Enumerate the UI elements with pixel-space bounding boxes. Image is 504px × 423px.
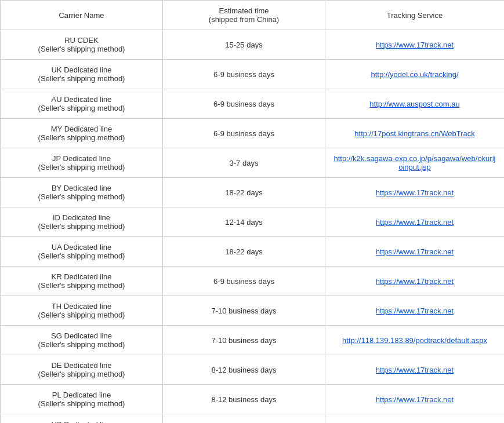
carrier-name: JP Dedicated line (Seller's shipping met…	[1, 148, 163, 178]
estimated-time: 18-22 days	[163, 237, 325, 267]
carrier-name: UA Dedicated line (Seller's shipping met…	[1, 237, 163, 267]
header-carrier: Carrier Name	[1, 1, 163, 30]
carrier-name: MY Dedicated line (Seller's shipping met…	[1, 119, 163, 148]
table-row: UK Dedicated line (Seller's shipping met…	[1, 60, 505, 89]
tracking-link[interactable]: https://www.17track.net	[376, 247, 454, 256]
tracking-link[interactable]: https://www.17track.net	[376, 188, 454, 197]
tracking-link[interactable]: https://www.17track.net	[376, 395, 454, 404]
estimated-time: 12-14 days	[163, 207, 325, 237]
estimated-time: 6-9 business days	[163, 89, 325, 119]
estimated-time: 7-10 business days	[163, 326, 325, 355]
table-row: RU CDEK (Seller's shipping method)15-25 …	[1, 30, 505, 60]
header-tracking: Tracking Service	[325, 1, 505, 30]
estimated-time: 8-12 business days	[163, 355, 325, 385]
tracking-service[interactable]: https://www.17track.net	[325, 237, 505, 267]
table-row: UA Dedicated line (Seller's shipping met…	[1, 237, 505, 267]
carrier-name: PL Dedicated line (Seller's shipping met…	[1, 385, 163, 414]
tracking-service[interactable]: http://www.auspost.com.au	[325, 89, 505, 119]
estimated-time: 6-9 business days	[163, 267, 325, 296]
tracking-link[interactable]: http://k2k.sagawa-exp.co.jp/p/sagawa/web…	[334, 154, 496, 172]
table-row: TH Dedicated line (Seller's shipping met…	[1, 296, 505, 326]
carrier-name: KR Dedicated line (Seller's shipping met…	[1, 267, 163, 296]
tracking-link[interactable]: http://17post.kingtrans.cn/WebTrack	[354, 129, 474, 138]
estimated-time: 15-25 days	[163, 30, 325, 60]
table-header-row: Carrier Name Estimated time (shipped fro…	[1, 1, 505, 30]
estimated-time: 8-12 business days	[163, 385, 325, 414]
tracking-service[interactable]: http://yodel.co.uk/tracking/	[325, 60, 505, 89]
table-row: ID Dedicated line (Seller's shipping met…	[1, 207, 505, 237]
carrier-name: BY Dedicated line (Seller's shipping met…	[1, 178, 163, 207]
table-row: JP Dedicated line (Seller's shipping met…	[1, 148, 505, 178]
header-estimated-time: Estimated time (shipped from China)	[163, 1, 325, 30]
tracking-link[interactable]: https://www.17track.net	[376, 366, 454, 374]
tracking-link[interactable]: https://www.17track.net	[376, 41, 454, 49]
estimated-time: 6-9 business days	[163, 119, 325, 148]
tracking-link[interactable]: http://yodel.co.uk/tracking/	[371, 70, 458, 79]
shipping-table-container: Carrier Name Estimated time (shipped fro…	[0, 0, 504, 423]
tracking-service[interactable]: https://www.17track.net	[325, 385, 505, 414]
tracking-link[interactable]: http://www.auspost.com.au	[369, 100, 459, 108]
tracking-service[interactable]: http://118.139.183.89/podtrack/default.a…	[325, 326, 505, 355]
tracking-service[interactable]: https://www.17track.net	[325, 178, 505, 207]
estimated-time: 18-22 days	[163, 178, 325, 207]
shipping-table: Carrier Name Estimated time (shipped fro…	[0, 0, 504, 423]
table-row: AU Dedicated line (Seller's shipping met…	[1, 89, 505, 119]
estimated-time: 6-9 business days	[163, 414, 325, 424]
tracking-link[interactable]: https://www.17track.net	[376, 277, 454, 286]
table-row: BY Dedicated line (Seller's shipping met…	[1, 178, 505, 207]
tracking-service[interactable]: http://k2k.sagawa-exp.co.jp/p/sagawa/web…	[325, 148, 505, 178]
tracking-service[interactable]: https://www.17track.net	[325, 355, 505, 385]
tracking-service[interactable]: https://www.17track.net	[325, 207, 505, 237]
tracking-service[interactable]: https://www.17track.net	[325, 267, 505, 296]
carrier-name: UK Dedicated line (Seller's shipping met…	[1, 60, 163, 89]
table-row: MY Dedicated line (Seller's shipping met…	[1, 119, 505, 148]
estimated-time: 3-7 days	[163, 148, 325, 178]
carrier-name: AU Dedicated line (Seller's shipping met…	[1, 89, 163, 119]
tracking-link[interactable]: https://www.17track.net	[376, 307, 454, 315]
carrier-name: US Dedicated line (Seller's shipping met…	[1, 414, 163, 424]
tracking-service[interactable]: https://www.17track.net	[325, 30, 505, 60]
tracking-service[interactable]: https://www.17track.net	[325, 296, 505, 326]
carrier-name: SG Dedicated line (Seller's shipping met…	[1, 326, 163, 355]
estimated-time: 7-10 business days	[163, 296, 325, 326]
tracking-link[interactable]: http://118.139.183.89/podtrack/default.a…	[342, 336, 487, 345]
table-row: KR Dedicated line (Seller's shipping met…	[1, 267, 505, 296]
table-row: DE Dedicated line (Seller's shipping met…	[1, 355, 505, 385]
tracking-service[interactable]: https://www.17track.net	[325, 414, 505, 424]
carrier-name: ID Dedicated line (Seller's shipping met…	[1, 207, 163, 237]
table-row: SG Dedicated line (Seller's shipping met…	[1, 326, 505, 355]
estimated-time: 6-9 business days	[163, 60, 325, 89]
tracking-link[interactable]: https://www.17track.net	[376, 218, 454, 227]
carrier-name: RU CDEK (Seller's shipping method)	[1, 30, 163, 60]
carrier-name: DE Dedicated line (Seller's shipping met…	[1, 355, 163, 385]
table-row: US Dedicated line (Seller's shipping met…	[1, 414, 505, 424]
table-row: PL Dedicated line (Seller's shipping met…	[1, 385, 505, 414]
carrier-name: TH Dedicated line (Seller's shipping met…	[1, 296, 163, 326]
tracking-service[interactable]: http://17post.kingtrans.cn/WebTrack	[325, 119, 505, 148]
